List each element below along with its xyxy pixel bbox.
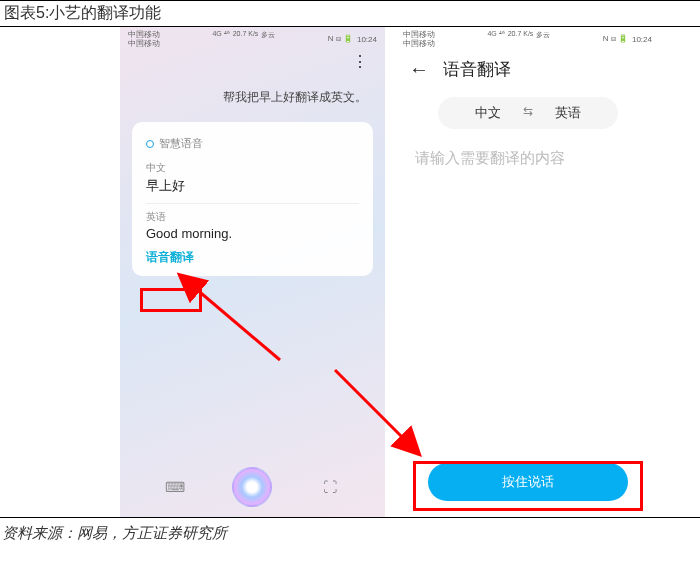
card-header-text: 智慧语音: [159, 136, 203, 151]
status-bar: 中国移动 中国移动 4G ⁴⁶ 20.7 K/s 多云 N ⧈ 🔋 10:24: [395, 27, 660, 50]
clock-text: 10:24: [632, 35, 652, 44]
card-header: 智慧语音: [146, 136, 359, 151]
carrier-text: 中国移动: [128, 30, 160, 39]
voice-dot-icon: [146, 140, 154, 148]
lang-from[interactable]: 中文: [475, 104, 501, 122]
status-icons: N ⧈ 🔋: [603, 34, 628, 44]
source-lang-label: 中文: [146, 161, 359, 175]
bottom-toolbar: ⌨ ⛶: [120, 467, 385, 507]
status-middle: 4G ⁴⁶ 20.7 K/s 多云: [212, 30, 275, 48]
speed-text: 20.7 K/s: [233, 30, 259, 48]
annotation-box-1: [140, 288, 202, 312]
carrier-text: 中国移动: [403, 30, 435, 39]
clock-text: 10:24: [357, 35, 377, 44]
signal-text: 4G ⁴⁶: [212, 30, 229, 48]
target-text: Good morning.: [146, 226, 359, 241]
keyboard-icon[interactable]: ⌨: [163, 475, 187, 499]
speed-text: 20.7 K/s: [508, 30, 534, 48]
translation-card: 智慧语音 中文 早上好 英语 Good morning. 语音翻译: [132, 122, 373, 276]
more-icon[interactable]: ⋮: [120, 50, 385, 71]
status-bar: 中国移动 中国移动 4G ⁴⁶ 20.7 K/s 多云 N ⧈ 🔋 10:24: [120, 27, 385, 50]
scan-icon[interactable]: ⛶: [318, 475, 342, 499]
status-middle: 4G ⁴⁶ 20.7 K/s 多云: [487, 30, 550, 48]
phones-container: 中国移动 中国移动 4G ⁴⁶ 20.7 K/s 多云 N ⧈ 🔋 10:24 …: [0, 27, 700, 518]
carrier-text: 中国移动: [403, 39, 435, 48]
translate-input-placeholder[interactable]: 请输入需要翻译的内容: [395, 145, 660, 172]
voice-orb-button[interactable]: [232, 467, 272, 507]
phone-screenshot-right: 中国移动 中国移动 4G ⁴⁶ 20.7 K/s 多云 N ⧈ 🔋 10:24 …: [395, 27, 660, 517]
user-prompt: 帮我把早上好翻译成英文。: [120, 71, 385, 116]
voice-translate-link[interactable]: 语音翻译: [146, 249, 359, 266]
source-text: 早上好: [146, 177, 359, 195]
back-arrow-icon[interactable]: ←: [409, 58, 429, 81]
target-lang-label: 英语: [146, 210, 359, 224]
weather-text: 多云: [261, 30, 275, 48]
swap-icon[interactable]: ⇆: [523, 104, 533, 122]
carrier-text: 中国移动: [128, 39, 160, 48]
language-toggle[interactable]: 中文 ⇆ 英语: [438, 97, 618, 129]
phone-screenshot-left: 中国移动 中国移动 4G ⁴⁶ 20.7 K/s 多云 N ⧈ 🔋 10:24 …: [120, 27, 385, 517]
status-icons: N ⧈ 🔋: [328, 34, 353, 44]
page-title: 语音翻译: [443, 58, 511, 81]
signal-text: 4G ⁴⁶: [487, 30, 504, 48]
page-header: ← 语音翻译: [395, 50, 660, 89]
card-divider: [146, 203, 359, 204]
annotation-box-2: [413, 461, 643, 511]
lang-to[interactable]: 英语: [555, 104, 581, 122]
figure-title: 图表5:小艺的翻译功能: [0, 0, 700, 27]
weather-text: 多云: [536, 30, 550, 48]
source-attribution: 资料来源：网易，方正证券研究所: [0, 518, 700, 555]
